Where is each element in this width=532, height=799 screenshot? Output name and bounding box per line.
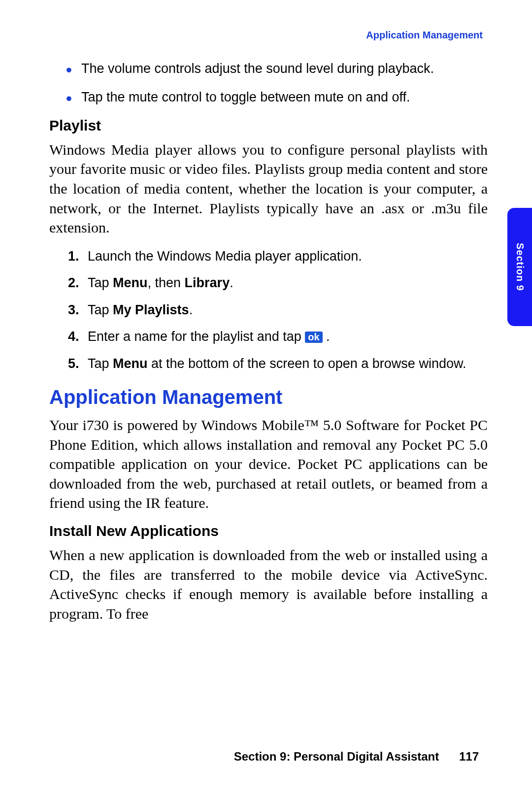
bullet-item: The volume controls adjust the sound lev…	[49, 60, 488, 77]
step-text: Tap	[88, 275, 113, 290]
step-text: .	[230, 275, 233, 290]
step-text: , then	[148, 275, 185, 290]
running-header: Application Management	[49, 30, 488, 41]
playlist-paragraph: Windows Media player allows you to confi…	[49, 140, 488, 237]
page-content: Application Management The volume contro…	[0, 0, 532, 799]
install-paragraph: When a new application is downloaded fro…	[49, 545, 488, 623]
section-tab-label: Section 9	[514, 243, 526, 291]
page-number: 117	[459, 750, 479, 763]
playlist-heading: Playlist	[49, 117, 488, 134]
step-bold: Library	[185, 275, 230, 290]
step-bold: Menu	[113, 356, 148, 371]
appmgmt-paragraph: Your i730 is powered by Windows Mobile™ …	[49, 415, 488, 513]
step-text: at the bottom of the screen to open a br…	[148, 356, 466, 371]
footer-section: Section 9: Personal Digital Assistant	[234, 750, 439, 763]
step-text: .	[323, 329, 330, 344]
section-tab: Section 9	[507, 208, 532, 326]
step-item: Tap Menu at the bottom of the screen to …	[49, 355, 488, 372]
playlist-steps: Launch the Windows Media player applicat…	[49, 247, 488, 372]
step-text: .	[189, 302, 193, 317]
appmgmt-heading: Application Management	[49, 386, 488, 408]
step-text: Tap	[88, 356, 113, 371]
intro-bullets: The volume controls adjust the sound lev…	[49, 60, 488, 106]
step-bold: My Playlists	[113, 302, 189, 317]
page-footer: Section 9: Personal Digital Assistant 11…	[234, 750, 479, 764]
step-bold: Menu	[113, 275, 148, 290]
step-item: Tap My Playlists.	[49, 301, 488, 319]
step-item: Enter a name for the playlist and tap ok…	[49, 328, 488, 345]
install-heading: Install New Applications	[49, 523, 488, 539]
step-item: Launch the Windows Media player applicat…	[49, 247, 488, 265]
ok-icon: ok	[305, 332, 322, 343]
bullet-item: Tap the mute control to toggle between m…	[49, 88, 488, 106]
step-text: Enter a name for the playlist and tap	[88, 329, 305, 344]
step-item: Tap Menu, then Library.	[49, 274, 488, 292]
step-text: Tap	[88, 302, 113, 317]
